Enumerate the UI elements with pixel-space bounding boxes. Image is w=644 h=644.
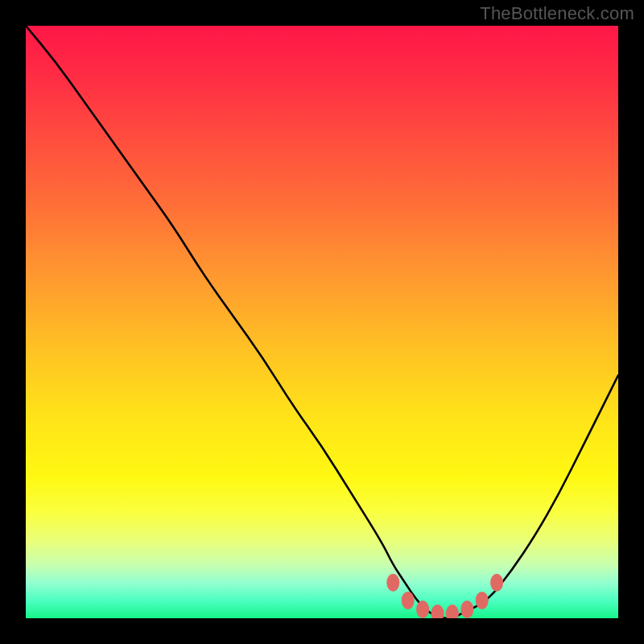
valley-marker — [460, 601, 473, 618]
bottleneck-curve — [26, 26, 618, 618]
plot-area — [26, 26, 618, 618]
valley-marker — [386, 574, 399, 592]
valley-marker — [431, 605, 444, 618]
valley-marker — [490, 574, 503, 592]
valley-marker — [446, 605, 459, 618]
watermark-text: TheBottleneck.com — [480, 3, 634, 24]
chart-frame: TheBottleneck.com — [0, 0, 644, 644]
valley-marker — [402, 592, 415, 609]
valley-marker — [416, 601, 429, 618]
valley-marker — [476, 592, 489, 609]
curve-layer — [26, 26, 618, 618]
